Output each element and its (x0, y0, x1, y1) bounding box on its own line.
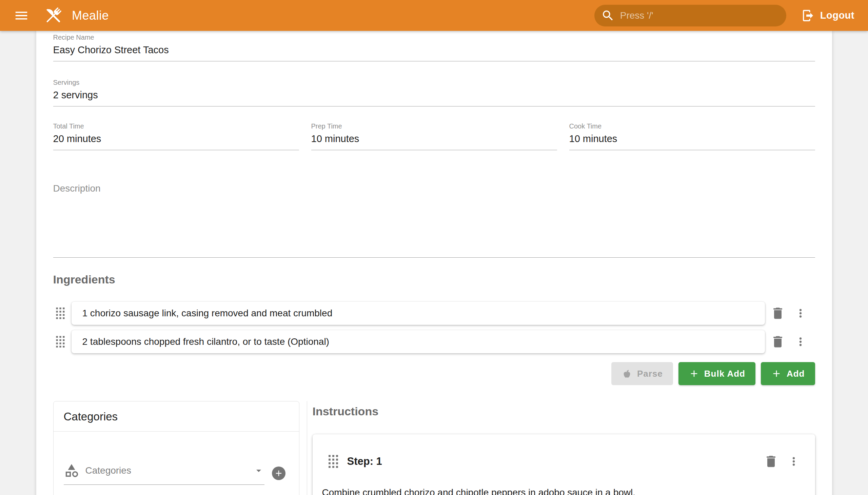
instructions-column: Instructions Step: 1 (312, 401, 815, 495)
search-box[interactable] (594, 5, 786, 27)
plus-icon (688, 368, 699, 379)
drag-handle-icon[interactable] (328, 455, 338, 468)
menu-icon[interactable] (14, 8, 29, 23)
drag-handle-icon[interactable] (56, 336, 65, 347)
step-text-input[interactable]: Combine crumbled chorizo and chipotle pe… (322, 487, 805, 495)
dots-vertical-icon (794, 307, 807, 320)
cook-time-input[interactable] (569, 130, 815, 150)
cook-time-field: Cook Time (569, 122, 815, 150)
search-icon (601, 9, 615, 22)
mealie-logo-icon (43, 5, 64, 26)
recipe-name-label: Recipe Name (53, 33, 815, 41)
prep-time-field: Prep Time (311, 122, 557, 150)
delete-ingredient-button[interactable] (770, 334, 785, 349)
description-field[interactable]: Description (53, 183, 815, 258)
ingredient-row (53, 330, 815, 353)
cook-time-label: Cook Time (569, 122, 815, 130)
description-textarea[interactable] (53, 194, 815, 257)
ingredients-heading: Ingredients (53, 273, 815, 286)
step-title: Step: 1 (347, 455, 382, 467)
step-menu-button[interactable] (787, 455, 800, 468)
ingredient-menu-button[interactable] (794, 335, 807, 348)
ingredient-menu-button[interactable] (794, 307, 807, 320)
categories-card-title: Categories (54, 402, 299, 431)
drag-handle-icon[interactable] (56, 308, 65, 319)
bulk-add-button[interactable]: Bulk Add (679, 362, 755, 385)
apple-icon (622, 368, 632, 379)
app-title: Mealie (72, 8, 109, 23)
parse-label: Parse (637, 369, 663, 379)
plus-icon (274, 468, 284, 478)
trash-icon (770, 306, 785, 321)
ingredient-input[interactable] (82, 308, 755, 319)
add-button[interactable]: Add (761, 362, 815, 385)
recipe-name-input[interactable] (53, 41, 815, 61)
recipe-edit-card: Recipe Name Servings Total Time Prep Tim… (36, 31, 832, 495)
ingredient-input-card (71, 302, 765, 325)
step-card: Step: 1 Combine crumbled chorizo and chi… (312, 434, 815, 495)
prep-time-input[interactable] (311, 130, 557, 150)
step-header: Step: 1 (322, 452, 805, 471)
total-time-input[interactable] (53, 130, 299, 150)
categories-card: Categories Categories (53, 401, 300, 495)
servings-input[interactable] (53, 86, 815, 106)
logout-button[interactable]: Logout (801, 9, 854, 22)
delete-ingredient-button[interactable] (770, 306, 785, 321)
categories-select-row: Categories (64, 463, 286, 485)
time-row: Total Time Prep Time Cook Time (53, 122, 815, 150)
app-header: Mealie Logout (0, 0, 868, 31)
trash-icon (770, 334, 785, 349)
prep-time-label: Prep Time (311, 122, 557, 130)
servings-field: Servings (53, 78, 815, 106)
total-time-label: Total Time (53, 122, 299, 130)
recipe-name-field: Recipe Name (53, 33, 815, 62)
lower-section: Categories Categories (53, 401, 815, 495)
divider (54, 431, 299, 432)
description-label: Description (53, 183, 815, 194)
dots-vertical-icon (794, 335, 807, 348)
ingredient-input[interactable] (82, 336, 755, 347)
ingredient-row (53, 302, 815, 325)
parse-button[interactable]: Parse (611, 362, 673, 385)
categories-select-label: Categories (85, 465, 131, 476)
dots-vertical-icon (787, 455, 800, 468)
add-category-button[interactable] (272, 466, 286, 480)
categories-select[interactable]: Categories (64, 463, 265, 485)
vertical-divider (307, 401, 307, 495)
trash-icon (764, 454, 779, 469)
ingredient-actions: Parse Bulk Add Add (53, 362, 815, 385)
servings-label: Servings (53, 78, 815, 86)
logout-label: Logout (820, 10, 854, 21)
logout-icon (801, 9, 815, 22)
add-label: Add (787, 369, 805, 379)
bulk-add-label: Bulk Add (704, 369, 745, 379)
total-time-field: Total Time (53, 122, 299, 150)
instructions-heading: Instructions (312, 405, 815, 418)
plus-icon (771, 368, 782, 379)
shapes-icon (64, 463, 79, 478)
ingredient-input-card (71, 330, 765, 353)
chevron-down-icon[interactable] (253, 465, 265, 476)
delete-step-button[interactable] (764, 454, 779, 469)
search-input[interactable] (619, 10, 780, 21)
